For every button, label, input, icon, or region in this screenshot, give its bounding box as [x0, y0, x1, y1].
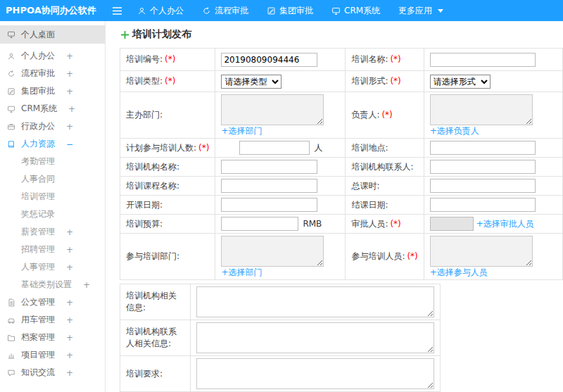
form-row: 培训机构相关信息: — [120, 284, 441, 320]
org-name-input[interactable] — [221, 160, 317, 174]
sidebar-item-label: 项目管理 — [21, 349, 55, 361]
expand-toggle[interactable]: + — [66, 298, 73, 308]
field-label: 审批人员: — [351, 219, 388, 229]
form-row: 开课日期: 结课日期: — [120, 196, 563, 215]
total-hours-input[interactable] — [430, 179, 536, 193]
expand-toggle[interactable]: + — [68, 104, 75, 114]
sidebar-item-label: 知识交流 — [21, 367, 55, 379]
expand-toggle[interactable]: + — [66, 227, 73, 237]
training-mode-select[interactable]: 请选择形式 — [430, 75, 491, 89]
training-type-select[interactable]: 请选择类型 — [221, 75, 282, 89]
main-content: 培训计划发布 培训编号:(*) 培训名称:(*) 培训类型:(*) 请选择类型 … — [106, 21, 563, 392]
field-label: 培训机构联系人: — [351, 162, 413, 172]
top-menu-crm[interactable]: CRM系统 — [322, 0, 389, 21]
top-menu-personal-office[interactable]: 个人办公 — [128, 0, 193, 21]
sidebar-item-group-approval[interactable]: 集团审批 + — [0, 82, 105, 100]
currency-suffix: RMB — [303, 219, 322, 229]
org-info-textarea[interactable] — [196, 286, 434, 317]
sidebar-subitem-label: 奖惩记录 — [21, 208, 55, 220]
expand-toggle[interactable]: + — [83, 280, 90, 290]
top-menu-label: CRM系统 — [344, 5, 380, 17]
sidebar-item-label: 用车管理 — [21, 314, 55, 326]
field-label: 培训地点: — [351, 143, 388, 153]
training-number-input[interactable] — [221, 53, 317, 67]
expand-toggle[interactable]: + — [66, 368, 73, 378]
collapse-toggle[interactable]: − — [66, 139, 73, 149]
expand-toggle[interactable]: + — [66, 51, 73, 61]
sidebar-item-label: 人力资源 — [21, 138, 55, 150]
sidebar-item-document-mgmt[interactable]: 公文管理 + — [0, 293, 105, 311]
sidebar-item-project-mgmt[interactable]: 项目管理 + — [0, 346, 105, 364]
requirement-textarea[interactable] — [196, 358, 434, 389]
budget-input[interactable] — [221, 217, 298, 231]
sidebar-item-label: CRM系统 — [21, 103, 57, 115]
sidebar-item-vehicle-mgmt[interactable]: 用车管理 + — [0, 311, 105, 329]
expand-toggle[interactable]: + — [66, 245, 73, 255]
sidebar-item-admin-office[interactable]: 行政办公 + — [0, 118, 105, 135]
sidebar-item-desktop[interactable]: 个人桌面 — [0, 25, 105, 44]
expand-toggle[interactable]: + — [66, 263, 73, 272]
top-menu-label: 个人办公 — [150, 5, 184, 17]
planned-count-input[interactable] — [239, 141, 310, 155]
sidebar-subitem-training-mgmt[interactable]: 培训管理 — [0, 188, 105, 206]
sidebar-subitem-label: 基础类别设置 — [21, 279, 72, 291]
top-menu-more-apps[interactable]: 更多应用 — [389, 0, 453, 21]
required-mark: (*) — [165, 76, 175, 86]
sidebar-subitem-label: 考勤管理 — [21, 156, 55, 167]
expand-toggle[interactable]: + — [66, 333, 73, 343]
sidebar-subitem-base-category[interactable]: 基础类别设置 + — [0, 276, 105, 293]
hamburger-menu-icon[interactable] — [106, 0, 128, 21]
required-mark: (*) — [165, 54, 175, 64]
sidebar-subitem-attendance[interactable]: 考勤管理 — [0, 153, 105, 170]
org-contact-info-textarea[interactable] — [196, 322, 434, 353]
sidebar-item-workflow-approval[interactable]: 流程审批 + — [0, 65, 105, 82]
join-dept-textarea[interactable] — [221, 236, 324, 267]
topbar: PHPOA协同办公软件 个人办公 流程审批 集团审批 CRM系统 更多应用 — [0, 0, 563, 21]
approver-input[interactable] — [430, 217, 474, 231]
plus-icon — [121, 31, 129, 39]
sidebar-subitem-reward-punishment[interactable]: 奖惩记录 — [0, 206, 105, 223]
sidebar-subitem-personnel-contract[interactable]: 人事合同 — [0, 170, 105, 188]
sidebar-item-crm[interactable]: CRM系统 + — [0, 100, 105, 118]
top-menu-group-approval[interactable]: 集团审批 — [258, 0, 322, 21]
sidebar-item-hr[interactable]: 人力资源 − — [0, 135, 105, 153]
book-icon — [7, 140, 15, 148]
select-approver-link[interactable]: +选择审批人员 — [476, 219, 534, 229]
top-menu-workflow-approval[interactable]: 流程审批 — [193, 0, 258, 21]
host-dept-textarea[interactable] — [221, 94, 324, 125]
training-plan-form: 培训编号:(*) 培训名称:(*) 培训类型:(*) 请选择类型 培训形式:(*… — [120, 48, 563, 280]
sidebar-subitem-recruitment[interactable]: 招聘管理 + — [0, 241, 105, 258]
caret-down-icon — [438, 9, 443, 13]
expand-toggle[interactable]: + — [66, 315, 73, 325]
select-join-dept-link[interactable]: +选择部门 — [221, 267, 262, 277]
sidebar-item-knowledge-exchange[interactable]: 知识交流 + — [0, 364, 105, 381]
org-contact-input[interactable] — [430, 160, 536, 174]
select-leader-link[interactable]: +选择负责人 — [430, 126, 479, 136]
sidebar-subitem-salary[interactable]: 薪资管理 + — [0, 223, 105, 241]
sidebar-subitem-label: 招聘管理 — [21, 244, 55, 255]
top-menu-label: 更多应用 — [398, 5, 432, 17]
sidebar-item-personal-office[interactable]: 个人办公 + — [0, 47, 105, 65]
field-label: 培训机构相关信息: — [126, 291, 177, 312]
field-label: 主办部门: — [126, 110, 163, 120]
leader-textarea[interactable] — [430, 94, 533, 125]
expand-toggle[interactable]: + — [66, 350, 73, 360]
expand-toggle[interactable]: + — [66, 69, 73, 79]
expand-toggle[interactable]: + — [66, 122, 73, 132]
sidebar-subitem-personnel[interactable]: 人事管理 + — [0, 258, 105, 276]
expand-toggle[interactable]: + — [66, 87, 73, 96]
training-name-input[interactable] — [430, 53, 536, 67]
start-date-input[interactable] — [221, 198, 317, 212]
join-people-textarea[interactable] — [430, 236, 533, 267]
select-join-people-link[interactable]: +选择参与人员 — [430, 267, 488, 277]
location-input[interactable] — [430, 141, 536, 155]
course-name-input[interactable] — [221, 179, 317, 193]
monitor-icon — [331, 6, 341, 15]
end-date-input[interactable] — [430, 198, 536, 212]
select-host-dept-link[interactable]: +选择部门 — [221, 126, 262, 136]
form-row: 计划参与培训人数:(*) 人 培训地点: — [120, 139, 563, 158]
field-label: 负责人: — [351, 110, 379, 120]
sidebar-subitem-label: 人事管理 — [21, 261, 55, 273]
sidebar-item-archive-mgmt[interactable]: 档案管理 + — [0, 329, 105, 346]
field-label: 参与培训部门: — [126, 251, 179, 261]
